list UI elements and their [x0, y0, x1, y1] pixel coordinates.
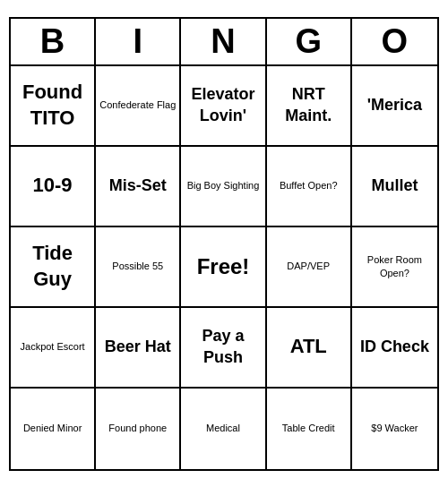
bingo-grid: Found TITOConfederate FlagElevator Lovin… [11, 66, 437, 469]
bingo-letter: G [267, 19, 352, 64]
bingo-cell: 'Merica [352, 66, 437, 147]
cell-text: Found phone [108, 422, 167, 434]
bingo-cell: Jackpot Escort [11, 308, 96, 389]
cell-text: Poker Room Open? [356, 253, 434, 279]
bingo-letter: I [96, 19, 181, 64]
bingo-cell: Medical [181, 389, 266, 469]
bingo-cell: NRT Maint. [267, 66, 352, 147]
cell-text: Mis-Set [109, 175, 167, 196]
cell-text: Denied Minor [23, 422, 82, 434]
cell-text: Free! [197, 252, 250, 280]
cell-text: Jackpot Escort [21, 340, 85, 353]
cell-text: Big Boy Sighting [187, 179, 260, 192]
bingo-header: BINGO [11, 19, 437, 66]
bingo-cell: Found phone [96, 389, 181, 469]
bingo-cell: Mis-Set [96, 147, 181, 227]
bingo-cell: Confederate Flag [96, 66, 181, 147]
cell-text: Medical [206, 422, 240, 434]
bingo-cell: Buffet Open? [267, 147, 352, 227]
bingo-cell: ATL [267, 308, 352, 389]
cell-text: ATL [290, 334, 327, 360]
bingo-card: BINGO Found TITOConfederate FlagElevator… [9, 17, 439, 471]
bingo-cell: Denied Minor [11, 389, 96, 469]
bingo-cell: Poker Room Open? [352, 227, 437, 308]
cell-text: Table Credit [282, 422, 335, 434]
bingo-cell: Possible 55 [96, 227, 181, 308]
cell-text: DAP/VEP [287, 260, 330, 272]
cell-text: Pay a Push [185, 326, 261, 368]
bingo-letter: N [181, 19, 266, 64]
cell-text: Buffet Open? [280, 179, 338, 192]
bingo-cell: Beer Hat [96, 308, 181, 389]
cell-text: Found TITO [14, 80, 90, 131]
bingo-cell: Mullet [352, 147, 437, 227]
bingo-cell: Found TITO [11, 66, 96, 147]
cell-text: Elevator Lovin' [185, 84, 261, 126]
bingo-cell: Tide Guy [11, 227, 96, 308]
bingo-cell: Big Boy Sighting [181, 147, 266, 227]
bingo-cell: DAP/VEP [267, 227, 352, 308]
bingo-cell: 10-9 [11, 147, 96, 227]
bingo-cell: ID Check [352, 308, 437, 389]
cell-text: Confederate Flag [99, 98, 176, 111]
bingo-letter: B [11, 19, 96, 64]
cell-text: Mullet [371, 175, 418, 196]
bingo-cell: Table Credit [267, 389, 352, 469]
bingo-cell: Elevator Lovin' [181, 66, 266, 147]
bingo-cell: $9 Wacker [352, 389, 437, 469]
bingo-cell: Pay a Push [181, 308, 266, 389]
bingo-letter: O [352, 19, 437, 64]
bingo-cell: Free! [181, 227, 266, 308]
cell-text: ID Check [360, 337, 429, 357]
cell-text: $9 Wacker [371, 422, 418, 434]
cell-text: Tide Guy [14, 241, 90, 292]
cell-text: 10-9 [33, 173, 73, 199]
cell-text: NRT Maint. [271, 84, 347, 126]
cell-text: Beer Hat [105, 337, 171, 357]
cell-text: 'Merica [367, 95, 422, 115]
cell-text: Possible 55 [112, 260, 163, 272]
